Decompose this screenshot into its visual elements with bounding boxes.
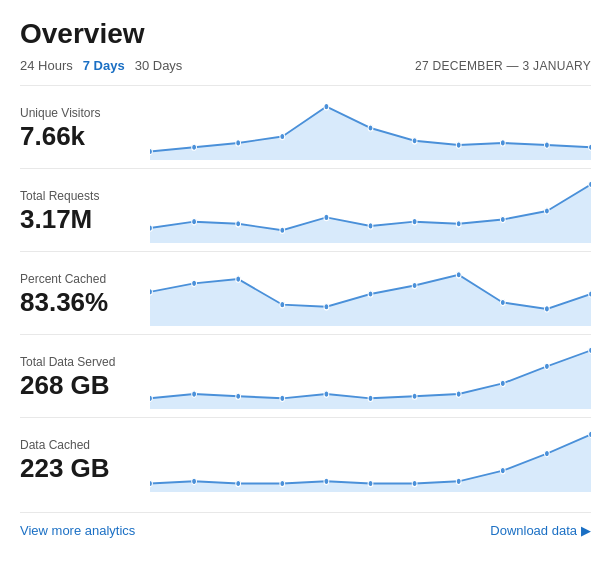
metric-row: Percent Cached83.36% — [20, 251, 591, 334]
metric-row: Unique Visitors7.66k — [20, 85, 591, 168]
metric-label: Total Requests — [20, 189, 150, 203]
play-icon: ▶ — [581, 523, 591, 538]
svg-point-17 — [412, 218, 417, 224]
svg-point-27 — [368, 291, 373, 297]
metric-value: 7.66k — [20, 122, 150, 151]
svg-point-40 — [456, 391, 461, 397]
tab-30days[interactable]: 30 Days — [135, 58, 183, 73]
date-range: 27 DECEMBER — 3 JANUARY — [415, 59, 591, 73]
svg-point-34 — [192, 391, 197, 397]
svg-point-41 — [500, 380, 505, 386]
metric-left: Total Requests3.17M — [20, 189, 150, 234]
svg-point-21 — [589, 181, 591, 187]
svg-point-32 — [589, 291, 591, 297]
svg-point-25 — [280, 301, 285, 307]
download-data-link[interactable]: Download data ▶ — [490, 523, 591, 538]
metric-chart — [150, 428, 591, 492]
svg-point-2 — [236, 140, 241, 146]
svg-point-50 — [412, 480, 417, 486]
download-data-label: Download data — [490, 523, 577, 538]
svg-point-15 — [324, 214, 329, 220]
svg-point-11 — [150, 225, 152, 231]
metric-row: Total Requests3.17M — [20, 168, 591, 251]
metric-chart — [150, 345, 591, 409]
svg-point-45 — [192, 478, 197, 484]
svg-point-39 — [412, 393, 417, 399]
svg-point-43 — [589, 347, 591, 353]
metric-left: Unique Visitors7.66k — [20, 106, 150, 151]
svg-point-42 — [544, 363, 549, 369]
svg-point-12 — [192, 218, 197, 224]
metric-label: Unique Visitors — [20, 106, 150, 120]
time-tabs: 24 Hours 7 Days 30 Days — [20, 58, 182, 73]
svg-point-10 — [589, 144, 591, 150]
time-range-row: 24 Hours 7 Days 30 Days 27 DECEMBER — 3 … — [20, 58, 591, 73]
metric-chart — [150, 179, 591, 243]
svg-point-29 — [456, 272, 461, 278]
svg-point-28 — [412, 282, 417, 288]
metric-value: 3.17M — [20, 205, 150, 234]
metric-left: Total Data Served268 GB — [20, 355, 150, 400]
svg-point-18 — [456, 221, 461, 227]
svg-point-26 — [324, 304, 329, 310]
metric-label: Data Cached — [20, 438, 150, 452]
footer-row: View more analytics Download data ▶ — [20, 512, 591, 538]
metric-value: 83.36% — [20, 288, 150, 317]
svg-point-37 — [324, 391, 329, 397]
svg-point-54 — [589, 431, 591, 437]
svg-point-13 — [236, 221, 241, 227]
tab-24hours[interactable]: 24 Hours — [20, 58, 73, 73]
metric-chart — [150, 262, 591, 326]
svg-point-5 — [368, 125, 373, 131]
svg-point-1 — [192, 144, 197, 150]
svg-point-24 — [236, 276, 241, 282]
metric-row: Data Cached223 GB — [20, 417, 591, 500]
metric-left: Data Cached223 GB — [20, 438, 150, 483]
metrics-container: Unique Visitors7.66kTotal Requests3.17MP… — [20, 85, 591, 500]
metric-value: 223 GB — [20, 454, 150, 483]
svg-point-14 — [280, 227, 285, 233]
view-more-analytics-link[interactable]: View more analytics — [20, 523, 135, 538]
svg-point-44 — [150, 480, 152, 486]
svg-point-46 — [236, 480, 241, 486]
svg-point-6 — [412, 138, 417, 144]
svg-point-48 — [324, 478, 329, 484]
svg-point-51 — [456, 478, 461, 484]
tab-7days[interactable]: 7 Days — [83, 58, 125, 73]
svg-point-36 — [280, 395, 285, 401]
metric-row: Total Data Served268 GB — [20, 334, 591, 417]
svg-point-53 — [544, 450, 549, 456]
svg-point-38 — [368, 395, 373, 401]
svg-point-8 — [500, 140, 505, 146]
svg-point-4 — [324, 103, 329, 109]
svg-point-52 — [500, 467, 505, 473]
page-title: Overview — [20, 18, 591, 50]
metric-label: Percent Cached — [20, 272, 150, 286]
svg-point-23 — [192, 280, 197, 286]
svg-point-9 — [544, 142, 549, 148]
svg-point-20 — [544, 208, 549, 214]
svg-point-16 — [368, 223, 373, 229]
metric-left: Percent Cached83.36% — [20, 272, 150, 317]
svg-point-47 — [280, 480, 285, 486]
svg-point-33 — [150, 395, 152, 401]
svg-point-3 — [280, 133, 285, 139]
svg-point-0 — [150, 148, 152, 154]
svg-point-30 — [500, 299, 505, 305]
metric-chart — [150, 96, 591, 160]
svg-point-31 — [544, 306, 549, 312]
svg-point-19 — [500, 216, 505, 222]
svg-point-7 — [456, 142, 461, 148]
metric-value: 268 GB — [20, 371, 150, 400]
svg-point-22 — [150, 289, 152, 295]
svg-point-35 — [236, 393, 241, 399]
svg-point-49 — [368, 480, 373, 486]
metric-label: Total Data Served — [20, 355, 150, 369]
